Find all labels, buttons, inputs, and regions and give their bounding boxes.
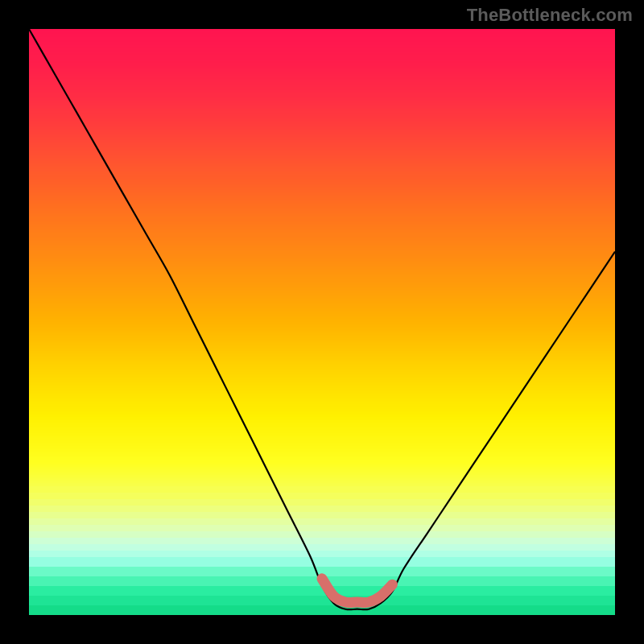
curve-layer (29, 29, 615, 615)
optimal-range-highlight (322, 579, 392, 603)
plot-area (29, 29, 615, 615)
bottleneck-curve (29, 29, 615, 609)
watermark-label: TheBottleneck.com (467, 5, 633, 26)
chart-frame: TheBottleneck.com (0, 0, 644, 644)
